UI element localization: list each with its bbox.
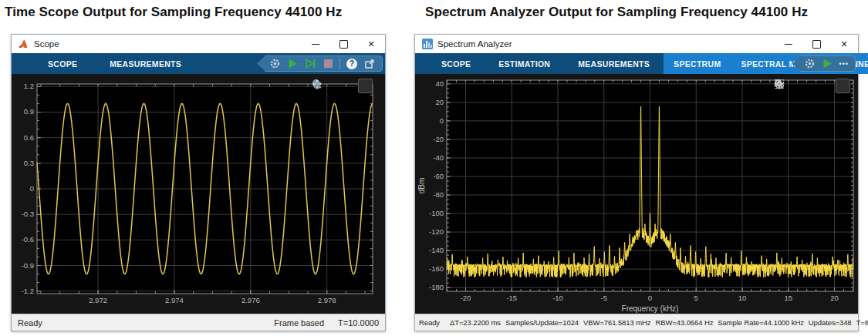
minimize-button[interactable] <box>302 35 329 53</box>
scope-window-title: Scope <box>34 39 59 49</box>
matlab-logo-icon <box>19 39 29 49</box>
svg-text:-80: -80 <box>433 190 444 199</box>
svg-text:dBm: dBm <box>417 178 426 194</box>
svg-text:-60: -60 <box>433 172 444 180</box>
undock-icon[interactable] <box>363 58 376 70</box>
tab-measurements[interactable]: MEASUREMENTS <box>564 53 664 74</box>
svg-text:40: 40 <box>435 79 444 88</box>
svg-text:-20: -20 <box>461 294 471 302</box>
spectrum-analyzer-logo-icon <box>422 39 433 49</box>
svg-text:0: 0 <box>648 294 652 302</box>
pan-hand-icon[interactable] <box>789 79 802 92</box>
svg-text:-180: -180 <box>429 283 444 291</box>
help-icon[interactable]: ? <box>346 58 358 70</box>
sa-status-updates: Updates=348 <box>809 318 852 327</box>
svg-text:-1.2: -1.2 <box>22 287 34 295</box>
zoom-out-icon[interactable] <box>820 79 833 92</box>
svg-text:0: 0 <box>440 116 444 125</box>
scope-status-ready: Ready <box>18 318 42 328</box>
svg-text:-40: -40 <box>433 153 444 162</box>
sa-status-sample-rate: Sample Rate=44.1000 kHz <box>718 318 804 327</box>
svg-text:2.978: 2.978 <box>318 296 336 304</box>
sa-status-vbw: VBW=761.5813 mHz <box>583 318 650 327</box>
svg-text:-15: -15 <box>506 294 517 302</box>
scope-status-frame-based: Frame based <box>274 318 324 328</box>
zoom-in-icon[interactable] <box>327 79 340 92</box>
sa-statusbar: Ready ΔT=23.2200 ms Samples/Update=1024 … <box>415 314 858 331</box>
tab-scope[interactable]: SCOPE <box>32 53 93 74</box>
sa-status-time: T=8.0000 <box>856 318 868 327</box>
fit-to-view-icon[interactable] <box>836 79 850 93</box>
svg-text:-0.6: -0.6 <box>22 235 34 244</box>
sa-status-rbw: RBW=43.0664 Hz <box>655 318 713 327</box>
stepping-options-gear-icon[interactable] <box>804 58 816 70</box>
fit-to-view-icon[interactable] <box>358 79 373 93</box>
scope-status-time: T=10.0000 <box>338 318 379 328</box>
toolbar-separator <box>339 59 340 69</box>
svg-text:-120: -120 <box>429 227 444 236</box>
svg-text:-5: -5 <box>601 294 607 302</box>
close-button[interactable]: ✕ <box>830 35 858 53</box>
sa-status-samples-update: Samples/Update=1024 <box>505 318 579 327</box>
svg-text:15: 15 <box>784 294 792 302</box>
scope-run-toolbar: ? <box>257 55 383 72</box>
scope-titlebar[interactable]: Scope ✕ <box>12 35 385 53</box>
svg-text:0.9: 0.9 <box>24 107 34 116</box>
stop-icon[interactable] <box>322 58 334 70</box>
close-button[interactable]: ✕ <box>357 35 385 53</box>
scope-statusbar: Ready Frame based T=10.0000 <box>12 314 385 331</box>
svg-text:5: 5 <box>694 294 698 302</box>
sa-window-title: Spectrum Analyzer <box>437 39 512 49</box>
minimize-button[interactable] <box>775 35 802 53</box>
more-ellipsis-icon[interactable]: ••• <box>839 60 849 68</box>
sa-plot-tools <box>774 79 850 93</box>
svg-text:20: 20 <box>435 98 444 106</box>
tab-scope[interactable]: SCOPE <box>427 53 485 74</box>
svg-text:0.3: 0.3 <box>24 159 34 167</box>
maximize-button[interactable] <box>329 35 357 53</box>
scope-toolstrip: SCOPE MEASUREMENTS ? <box>12 53 385 74</box>
svg-text:-20: -20 <box>433 135 444 143</box>
sa-titlebar[interactable]: Spectrum Analyzer ✕ <box>415 35 858 53</box>
svg-text:-10: -10 <box>552 294 563 302</box>
spectrum-analyzer-heading: Spectrum Analyzer Output for Sampling Fr… <box>425 5 808 20</box>
sa-status-delta-t: ΔT=23.2200 ms <box>450 318 501 327</box>
sa-status-ready: Ready <box>419 318 440 327</box>
svg-text:Frequency (kHz): Frequency (kHz) <box>622 304 679 313</box>
svg-text:-100: -100 <box>429 209 444 217</box>
time-scope-heading: Time Scope Output for Sampling Frequency… <box>5 5 342 20</box>
spectrum-analyzer-window: Spectrum Analyzer ✕ SCOPE ESTIMATION MEA… <box>414 34 859 331</box>
svg-text:2.974: 2.974 <box>165 296 184 304</box>
sa-run-toolbar: ••• <box>792 55 856 72</box>
svg-text:2.976: 2.976 <box>241 296 260 304</box>
run-icon[interactable] <box>286 58 299 70</box>
tab-measurements[interactable]: MEASUREMENTS <box>93 53 198 74</box>
svg-text:0: 0 <box>30 184 34 193</box>
stepping-options-gear-icon[interactable] <box>269 58 281 70</box>
svg-text:2.972: 2.972 <box>89 296 107 304</box>
sa-plot-canvas[interactable]: -20-15-10-50510152040200-20-40-60-80-100… <box>415 74 858 314</box>
svg-text:0.6: 0.6 <box>24 133 34 142</box>
svg-text:-0.9: -0.9 <box>22 261 34 270</box>
scope-plot-tools <box>312 79 373 93</box>
svg-text:-0.3: -0.3 <box>22 210 34 218</box>
step-forward-icon[interactable] <box>304 58 316 70</box>
scope-window: Scope ✕ SCOPE MEASUREMENTS <box>11 34 386 331</box>
maximize-button[interactable] <box>802 35 830 53</box>
zoom-out-icon[interactable] <box>343 79 356 92</box>
svg-text:20: 20 <box>830 294 839 302</box>
svg-text:10: 10 <box>738 294 747 302</box>
svg-text:1.2: 1.2 <box>24 82 34 90</box>
zoom-in-icon[interactable] <box>805 79 818 92</box>
tab-spectrum[interactable]: SPECTRUM <box>664 53 731 74</box>
tab-estimation[interactable]: ESTIMATION <box>485 53 564 74</box>
svg-text:-160: -160 <box>429 264 444 273</box>
scope-plot-canvas[interactable]: 2.9722.9742.9762.978-1.2-0.9-0.6-0.300.3… <box>12 74 385 314</box>
sa-toolstrip: SCOPE ESTIMATION MEASUREMENTS SPECTRUM S… <box>415 53 858 74</box>
run-icon[interactable] <box>822 58 834 70</box>
svg-text:-140: -140 <box>429 246 444 254</box>
